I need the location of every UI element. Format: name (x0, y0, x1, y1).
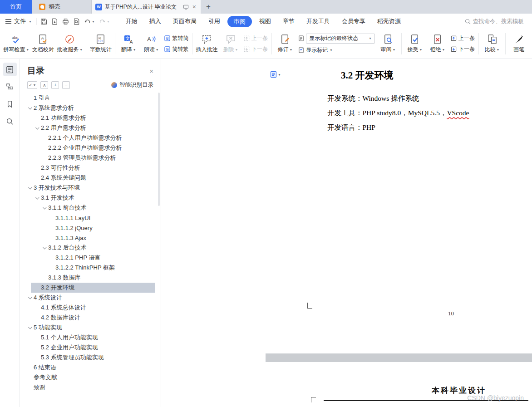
spell-check-button[interactable]: abc 拼写检查▼ (2, 33, 30, 54)
toc-item[interactable]: 3.1.2 后台技术 (20, 243, 161, 253)
save-icon[interactable] (40, 18, 47, 25)
doc-proofread-button[interactable]: A 文档校对 (30, 33, 55, 54)
export-icon[interactable] (51, 18, 58, 25)
find-pane-button[interactable] (3, 114, 17, 128)
chevron-down-icon[interactable] (34, 196, 41, 199)
compare-button[interactable]: 比较▼ (481, 33, 503, 54)
toc-item[interactable]: 3.1.1 前台技术 (20, 203, 161, 213)
markup-state-select[interactable]: 显示标记的最终状态 ▼ (306, 34, 375, 44)
toc-expand-button[interactable]: + (51, 81, 59, 89)
trad-to-simp-button[interactable]: 繁 繁转简 (164, 34, 188, 43)
close-icon[interactable]: × (149, 67, 153, 75)
menu-tab-开发工具[interactable]: 开发工具 (300, 14, 336, 29)
menu-tab-稻壳资源[interactable]: 稻壳资源 (371, 14, 407, 29)
chevron-down-icon[interactable] (34, 127, 41, 129)
translate-button[interactable]: 文A 翻译▼ (117, 33, 140, 54)
word-count-icon: 词123 (95, 34, 106, 44)
simp-to-trad-button[interactable]: 简 简转繁 (164, 45, 188, 54)
undo-button[interactable]: ▼ (84, 18, 95, 25)
toc-item[interactable]: 6 结束语 (20, 363, 161, 373)
grading-service-button[interactable]: 批改服务▼ (55, 33, 84, 54)
menu-tab-开始[interactable]: 开始 (120, 14, 143, 29)
toc-item[interactable]: 2.2 用户需求分析 (20, 123, 161, 133)
track-changes-button[interactable]: 修订▼ (274, 33, 296, 54)
screen-share-icon[interactable] (183, 4, 189, 10)
toc-item[interactable]: 2 系统需求分析 (20, 103, 161, 113)
reject-button[interactable]: 拒绝▼ (426, 33, 449, 54)
accept-button[interactable]: 接受▼ (404, 33, 426, 54)
toc-item[interactable]: 2.2.3 管理员功能需求分析 (20, 153, 161, 163)
toc-collapse-button[interactable]: − (62, 81, 70, 89)
command-search[interactable]: 查找命令、搜索模板 (465, 18, 524, 25)
print-icon[interactable] (62, 18, 69, 25)
toc-item[interactable]: 4.1 系统总体设计 (20, 303, 161, 313)
print-preview-icon[interactable] (73, 18, 80, 25)
delete-comment-button[interactable]: 删除▼ (219, 33, 242, 54)
toc-item[interactable]: 4 系统设计 (20, 293, 161, 303)
toc-item[interactable]: 5.3 系统管理员功能实现 (20, 353, 161, 363)
file-menu-button[interactable]: 文件 ▼ (0, 17, 36, 25)
word-count-button[interactable]: 词123 字数统计 (88, 33, 113, 54)
document-tab[interactable]: W 基于PHP的人...设计 毕业论文 × (92, 0, 201, 14)
toc-item[interactable]: 2.4 系统关键问题 (20, 173, 161, 183)
toc-item[interactable]: 5.1 个人用户功能实现 (20, 333, 161, 343)
prev-change-button[interactable]: 上一条 (451, 34, 475, 43)
read-aloud-button[interactable]: A 朗读▼ (140, 33, 163, 54)
toc-item[interactable]: 4.2 数据库设计 (20, 313, 161, 323)
search-icon (6, 118, 14, 125)
menu-tab-引用[interactable]: 引用 (202, 14, 226, 29)
toc-item[interactable]: 1 引言 (20, 93, 161, 103)
toc-collapse-all-button[interactable]: ∧ (40, 81, 48, 89)
toc-scrollbar[interactable] (158, 93, 160, 206)
redo-button[interactable]: ▼ (99, 18, 110, 25)
document-canvas[interactable]: ▼ 3.2 开发环境 开发系统：Windows 操作系统 开发工具：PHP st… (161, 59, 532, 407)
toc-item[interactable]: 2.3 可行性分析 (20, 163, 161, 173)
next-comment-button[interactable]: 下一条 (244, 45, 268, 54)
toc-select-button[interactable]: ✓▼ (27, 81, 37, 89)
toc-item[interactable]: 2.2.2 企业用户功能需求分析 (20, 143, 161, 153)
prev-comment-button[interactable]: 上一条 (244, 34, 268, 43)
chevron-down-icon[interactable] (42, 206, 48, 209)
review-menu-button[interactable]: 审阅▼ (377, 33, 399, 54)
toc-item[interactable]: 3.1.1.2 jQuery (20, 223, 161, 233)
chevron-down-icon[interactable] (27, 186, 34, 189)
toc-item[interactable]: 2.2.1 个人用户功能需求分析 (20, 133, 161, 143)
toc-item[interactable]: 3.2 开发环境 (31, 283, 155, 293)
smart-recognize-toc-button[interactable]: 智能识别目录 (111, 81, 153, 89)
home-tab[interactable]: 首页 (0, 0, 32, 14)
ink-pen-button[interactable]: 画笔 (507, 33, 530, 54)
toc-item[interactable]: 2.1 功能需求分析 (20, 113, 161, 123)
menu-tab-视图[interactable]: 视图 (253, 14, 277, 29)
chevron-down-icon[interactable] (27, 296, 34, 299)
toc-item[interactable]: 3.1.2.2 ThinkPHP 框架 (20, 263, 161, 273)
chapter-nav-button[interactable] (3, 80, 17, 93)
toc-item[interactable]: 5 功能实现 (20, 323, 161, 333)
bookmark-pane-button[interactable] (3, 97, 17, 111)
page-mark-button[interactable]: ▼ (270, 71, 281, 78)
chevron-down-icon[interactable] (27, 107, 34, 109)
insert-comment-button[interactable]: 插入批注 (194, 33, 219, 54)
toc-item[interactable]: 参考文献 (20, 373, 161, 382)
toc-item[interactable]: 5.2 企业用户功能实现 (20, 343, 161, 353)
smart-toc-icon (111, 82, 117, 88)
toc-item[interactable]: 3.1.2.1 PHP 语言 (20, 253, 161, 263)
menu-tab-插入[interactable]: 插入 (143, 14, 167, 29)
menu-tab-章节[interactable]: 章节 (277, 14, 300, 29)
toc-item[interactable]: 3 开发技术与环境 (20, 183, 161, 193)
docer-tab[interactable]: 稻壳 (32, 0, 92, 14)
toc-item[interactable]: 致谢 (20, 382, 161, 392)
toc-item[interactable]: 3.1.1.1 LayUI (20, 213, 161, 223)
menu-tab-页面布局[interactable]: 页面布局 (167, 14, 202, 29)
close-tab-icon[interactable]: × (192, 3, 197, 10)
chevron-down-icon[interactable] (42, 246, 48, 249)
toc-item[interactable]: 3.1.3 数据库 (20, 273, 161, 283)
next-change-button[interactable]: 下一条 (451, 45, 475, 54)
chevron-down-icon[interactable] (27, 326, 34, 329)
menu-tab-会员专享[interactable]: 会员专享 (336, 14, 371, 29)
toc-item[interactable]: 3.1.1.3 Ajax (20, 233, 161, 243)
show-markup-button[interactable]: 显示标记 ▼ (298, 46, 375, 54)
menu-tab-审阅[interactable]: 审阅 (227, 16, 252, 27)
new-tab-button[interactable]: + (201, 0, 216, 14)
toc-item[interactable]: 3.1 开发技术 (20, 193, 161, 203)
outline-pane-button[interactable] (3, 63, 17, 76)
